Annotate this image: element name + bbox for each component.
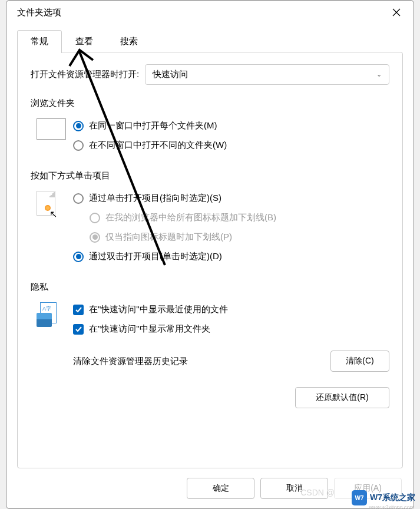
- radio-icon: [73, 252, 84, 262]
- radio-double-click[interactable]: 通过双击打开项目(单击时选定)(D): [73, 247, 389, 266]
- checkbox-recent-files[interactable]: 在"快速访问"中显示最近使用的文件: [73, 300, 389, 319]
- site-watermark: W7 W7系统之家: [352, 490, 415, 505]
- radio-underline-all: 在我的浏览器中给所有图标标题加下划线(B): [73, 208, 389, 227]
- radio-different-window[interactable]: 在不同窗口中打开不同的文件夹(W): [73, 135, 389, 155]
- radio-label: 仅当指向图标标题时加下划线(P): [105, 232, 232, 243]
- checkbox-label: 在"快速访问"中显示常用文件夹: [89, 323, 210, 335]
- radio-icon: [90, 232, 100, 243]
- privacy-group: 隐私 在"快速访问"中显示最近使用的文件: [31, 282, 389, 372]
- checkbox-label: 在"快速访问"中显示最近使用的文件: [89, 304, 228, 315]
- open-explorer-row: 打开文件资源管理器时打开: 快速访问 ⌄: [31, 64, 389, 85]
- watermark-text: W7系统之家: [370, 493, 415, 503]
- pointer-file-icon: ↖: [37, 191, 65, 212]
- privacy-title: 隐私: [31, 282, 389, 293]
- click-items-title: 按如下方式单击项目: [31, 170, 389, 181]
- ok-button[interactable]: 确定: [187, 478, 254, 499]
- restore-row: 还原默认值(R): [31, 387, 389, 408]
- restore-defaults-button[interactable]: 还原默认值(R): [295, 387, 389, 408]
- open-explorer-label: 打开文件资源管理器时打开:: [31, 69, 139, 80]
- csdn-watermark: CSDN @: [300, 488, 335, 497]
- dropdown-value: 快速访问: [153, 69, 188, 80]
- radio-label: 在我的浏览器中给所有图标标题加下划线(B): [105, 212, 276, 223]
- close-button[interactable]: [388, 4, 405, 21]
- folder-window-icon: [37, 118, 65, 140]
- tab-area: 常规 查看 搜索 打开文件资源管理器时打开: 快速访问 ⌄ 浏览文件夹: [6, 24, 414, 468]
- privacy-docs-icon: [37, 302, 65, 323]
- tab-content-general: 打开文件资源管理器时打开: 快速访问 ⌄ 浏览文件夹 在同一窗口中打开每: [17, 52, 403, 468]
- radio-icon: [73, 140, 84, 151]
- tab-view[interactable]: 查看: [62, 30, 107, 52]
- clear-button[interactable]: 清除(C): [330, 351, 389, 372]
- radio-icon: [73, 193, 84, 204]
- chevron-down-icon: ⌄: [376, 71, 382, 78]
- radio-label: 通过单击打开项目(指向时选定)(S): [89, 193, 221, 204]
- watermark-url: www.w7xitong.com: [369, 504, 414, 509]
- close-icon: [392, 8, 401, 16]
- radio-label: 通过双击打开项目(单击时选定)(D): [89, 251, 222, 262]
- folder-options-dialog: 文件夹选项 常规 查看 搜索 打开文件资源管理器时打开: 快速访问 ⌄ 浏览文件…: [6, 0, 414, 509]
- radio-label: 在不同窗口中打开不同的文件夹(W): [89, 140, 227, 151]
- dialog-title: 文件夹选项: [17, 7, 61, 18]
- tab-general[interactable]: 常规: [17, 30, 62, 53]
- watermark-badge-icon: W7: [352, 490, 367, 505]
- click-items-group: 按如下方式单击项目 ↖ 通过单击打开项目(指向时选定)(S): [31, 170, 389, 266]
- tab-search[interactable]: 搜索: [107, 30, 151, 52]
- radio-underline-hover: 仅当指向图标标题时加下划线(P): [73, 227, 389, 247]
- radio-icon: [73, 121, 84, 131]
- clear-history-row: 清除文件资源管理器历史记录 清除(C): [73, 351, 389, 372]
- open-explorer-dropdown[interactable]: 快速访问 ⌄: [145, 64, 389, 85]
- browse-folder-title: 浏览文件夹: [31, 98, 389, 109]
- radio-label: 在同一窗口中打开每个文件夹(M): [89, 120, 217, 131]
- titlebar: 文件夹选项: [6, 1, 414, 24]
- radio-icon: [90, 213, 100, 223]
- radio-same-window[interactable]: 在同一窗口中打开每个文件夹(M): [73, 116, 389, 135]
- radio-single-click[interactable]: 通过单击打开项目(指向时选定)(S): [73, 189, 389, 208]
- checkbox-icon: [73, 305, 84, 315]
- checkbox-icon: [73, 324, 84, 335]
- clear-history-label: 清除文件资源管理器历史记录: [73, 356, 188, 367]
- checkbox-frequent-folders[interactable]: 在"快速访问"中显示常用文件夹: [73, 319, 389, 339]
- browse-folder-group: 浏览文件夹 在同一窗口中打开每个文件夹(M) 在不同窗口中打开不同的文件夹(W): [31, 98, 389, 155]
- tabs: 常规 查看 搜索: [17, 30, 403, 52]
